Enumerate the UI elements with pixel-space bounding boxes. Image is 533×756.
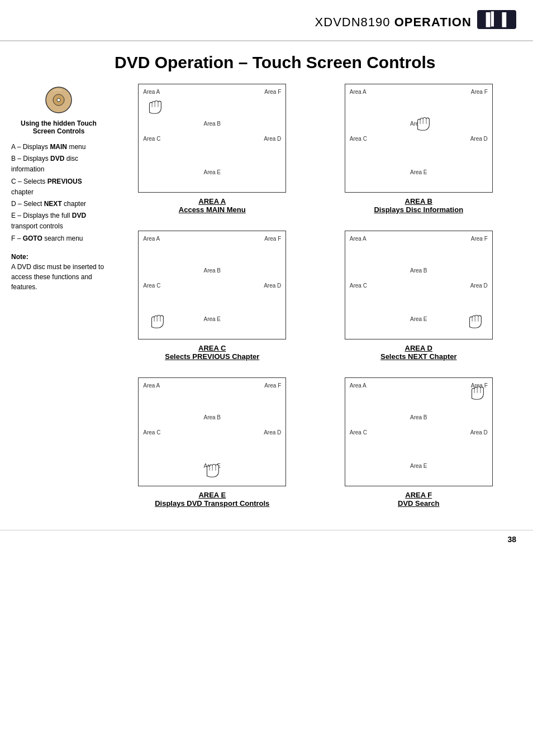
sidebar-list: A – Displays MAIN menu B – Displays DVD … [11,142,106,244]
area-c-label-e: Area C [143,429,160,435]
caption-title-f: AREA F [398,491,439,499]
disc-svg [45,86,73,114]
caption-c: AREA C Selects PREVIOUS Chapter [165,344,259,361]
caption-title-d: AREA D [380,344,457,352]
area-a-label-d: Area A [350,236,367,242]
area-b-label-f: Area B [410,414,427,420]
list-item-a: A – Displays MAIN menu [11,142,106,152]
area-f-label-c: Area F [264,236,281,242]
touch-box-c: Area A Area F Area B Area C Area D Area … [138,231,286,339]
hand-cursor-a [144,95,165,117]
page-footer: 38 [0,530,533,548]
page-title: DVD Operation – Touch Screen Controls [115,52,516,73]
area-c-label-a: Area C [143,135,160,141]
logo-sub: audio·video [480,29,512,35]
list-item-f: F – GOTO search menu [11,233,106,244]
header-title: XDVDN8190 OPERATION [315,15,472,30]
touch-box-e: Area A Area F Area B Area C Area D Area … [138,377,286,486]
hand-cursor-d [464,310,486,331]
area-f-label-a: Area F [264,89,281,95]
area-a-label-b: Area A [350,89,367,95]
sidebar-note: Note: A DVD disc must be inserted to acc… [11,252,106,292]
area-a-label-e: Area A [143,382,160,389]
area-a-label-c: Area A [143,236,160,242]
area-c-label-f: Area C [350,429,367,435]
caption-title-c: AREA C [165,344,259,352]
page-header: XDVDN8190 OPERATION ▐▎▌ audio·video [0,0,533,41]
diagram-area-d: Area A Area F Area B Area C Area D Area … [321,231,517,361]
list-item-b: B – Displays DVD disc information [11,154,106,175]
caption-a: AREA A Access MAIN Menu [179,197,246,214]
diagram-area-e: Area A Area F Area B Area C Area D Area … [115,377,310,508]
area-f-label-e: Area F [264,382,281,389]
area-f-label-d: Area F [471,236,488,242]
caption-b: AREA B Displays Disc Information [374,197,463,214]
hand-cursor-b [412,112,434,133]
sidebar-subtitle: Using the hidden Touch Screen Controls [11,119,106,135]
touch-box-d: Area A Area F Area B Area C Area D Area … [345,231,493,339]
caption-f: AREA F DVD Search [398,491,439,508]
caption-d: AREA D Selects NEXT Chapter [380,344,457,361]
area-d-label-f: Area D [470,429,488,435]
hand-cursor-e [202,459,223,480]
touch-box-b: Area A Area F Area B Area C Area D Area … [345,84,493,193]
touch-box-a: Area A Area F Area B Area C Area D Area … [138,84,286,193]
logo-box: ▐▎▌ [477,10,516,29]
touch-box-f: Area A Area F Area B Area C Area D Area … [345,377,493,486]
area-b-label-a: Area B [203,121,221,127]
brand-logo: ▐▎▌ audio·video [477,10,516,35]
area-e-label-a: Area E [203,169,221,175]
list-item-e: E – Displays the full DVD transport cont… [11,210,106,232]
hand-cursor-f [467,381,488,403]
area-d-label-e: Area D [264,429,281,435]
caption-sub-a: Access MAIN Menu [179,205,246,214]
sidebar: Using the hidden Touch Screen Controls A… [11,52,115,508]
caption-title-b: AREA B [374,197,463,205]
diagrams-grid: Area A Area F Area B Area C Area D Area … [115,84,516,508]
caption-sub-b: Displays Disc Information [374,205,463,214]
area-e-label-f: Area E [410,463,427,469]
page-content: Using the hidden Touch Screen Controls A… [0,41,533,519]
caption-sub-d: Selects NEXT Chapter [380,352,457,361]
area-b-label-e: Area B [203,414,221,420]
list-item-d: D – Select NEXT chapter [11,199,106,209]
note-label: Note: [11,253,28,261]
area-c-label-b: Area C [350,135,367,141]
operation-label: OPERATION [394,15,472,29]
diagram-area-b: Area A Area F Area B Area C Area D Area … [321,84,517,214]
area-b-label-c: Area B [203,267,221,274]
caption-sub-c: Selects PREVIOUS Chapter [165,352,259,361]
area-e-label-d: Area E [410,316,427,322]
hand-cursor-c [146,310,168,331]
area-d-label-a: Area D [264,135,281,141]
area-e-label-c: Area E [203,316,221,322]
area-a-label-f: Area A [350,382,367,389]
model-number: XDVDN8190 [315,15,391,29]
area-c-label-c: Area C [143,282,160,288]
page-number: 38 [507,535,516,544]
caption-sub-f: DVD Search [398,499,439,508]
svg-point-2 [57,98,60,102]
area-d-label-c: Area D [264,282,281,288]
area-d-label-d: Area D [470,282,488,288]
list-item-c: C – Selects PREVIOUS chapter [11,176,106,198]
caption-sub-e: Displays DVD Transport Controls [155,499,269,508]
note-text: A DVD disc must be inserted to access th… [11,263,104,291]
area-b-label-d: Area B [410,267,427,274]
caption-title-a: AREA A [179,197,246,205]
caption-title-e: AREA E [155,491,269,499]
area-d-label-b: Area D [470,135,488,141]
diagram-area-a: Area A Area F Area B Area C Area D Area … [115,84,310,214]
logo-text: ▐▎▌ [482,12,512,27]
diagram-area-f: Area A Area F Area B Area C Area D Area … [321,377,517,508]
main-content: DVD Operation – Touch Screen Controls Ar… [115,52,516,508]
caption-e: AREA E Displays DVD Transport Controls [155,491,269,508]
cd-disc-icon [11,86,106,114]
diagram-area-c: Area A Area F Area B Area C Area D Area … [115,231,310,361]
area-e-label-b: Area E [410,169,427,175]
area-c-label-d: Area C [350,282,367,288]
area-a-label: Area A [143,89,160,95]
area-f-label-b: Area F [471,89,488,95]
